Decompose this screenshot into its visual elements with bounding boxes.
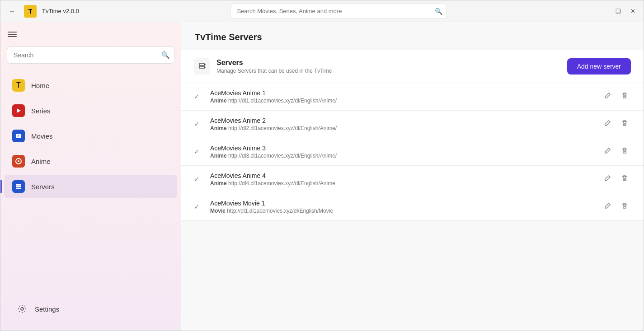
server-check-icon: ✓ bbox=[194, 120, 203, 128]
svg-point-8 bbox=[21, 308, 24, 310]
server-item: ✓ AceMovies Movie 1 Movie http://dl1.dl1… bbox=[181, 193, 644, 221]
edit-server-button[interactable] bbox=[601, 118, 614, 131]
section-title: Servers bbox=[216, 59, 332, 67]
sidebar-item-series[interactable]: Series bbox=[4, 99, 177, 122]
delete-server-button[interactable] bbox=[618, 200, 631, 213]
server-actions bbox=[601, 118, 631, 131]
server-meta: Anime http://dl4.dl1acemovies.xyz/dl/Eng… bbox=[210, 180, 594, 186]
server-info: AceMovies Anime 2 Anime http://dl2.dl1ac… bbox=[210, 117, 594, 131]
svg-point-4 bbox=[18, 160, 19, 162]
server-actions bbox=[601, 200, 631, 213]
svg-rect-6 bbox=[16, 186, 21, 187]
servers-icon bbox=[12, 180, 25, 193]
server-check-icon: ✓ bbox=[194, 148, 203, 156]
sidebar-item-movies[interactable]: Movies bbox=[4, 124, 177, 148]
server-info: AceMovies Anime 3 Anime http://dl3.dl1ac… bbox=[210, 145, 594, 159]
sidebar-item-label: Anime bbox=[31, 158, 51, 165]
server-meta: Anime http://dl3.dl1acemovies.xyz/dl/Eng… bbox=[210, 153, 594, 159]
global-search-container: 🔍 bbox=[230, 4, 447, 19]
server-info: AceMovies Anime 1 Anime http://dl1.dl1ac… bbox=[210, 89, 594, 104]
server-check-icon: ✓ bbox=[194, 175, 203, 183]
content-header: TvTime Servers bbox=[181, 22, 644, 50]
delete-server-button[interactable] bbox=[618, 145, 631, 158]
server-name: AceMovies Anime 1 bbox=[210, 89, 594, 97]
server-item: ✓ AceMovies Anime 4 Anime http://dl4.dl1… bbox=[181, 166, 644, 193]
sidebar-item-label: Servers bbox=[31, 183, 55, 191]
sidebar-item-anime[interactable]: Anime bbox=[4, 149, 177, 173]
server-actions bbox=[601, 145, 631, 158]
server-meta: Anime http://dl1.dl1acemovies.xyz/dl/Eng… bbox=[210, 98, 594, 104]
hamburger-line-2 bbox=[8, 34, 17, 35]
nav-items: T Home Series bbox=[0, 71, 181, 291]
edit-server-button[interactable] bbox=[601, 90, 614, 103]
home-icon: T bbox=[12, 79, 25, 92]
edit-server-button[interactable] bbox=[601, 173, 614, 186]
back-button[interactable]: ← bbox=[6, 5, 19, 18]
sidebar-bottom: Settings bbox=[0, 291, 181, 331]
delete-server-button[interactable] bbox=[618, 118, 631, 131]
server-meta: Anime http://dl2.dl1acemovies.xyz/dl/Eng… bbox=[210, 125, 594, 131]
sidebar-item-servers[interactable]: Servers bbox=[4, 175, 177, 198]
svg-marker-0 bbox=[17, 108, 21, 113]
add-server-button[interactable]: Add new server bbox=[567, 58, 631, 75]
server-info: AceMovies Movie 1 Movie http://dl1.dl1ac… bbox=[210, 200, 594, 214]
svg-point-9 bbox=[204, 64, 205, 65]
section-header-row: Servers Manage Servers that can be used … bbox=[181, 50, 644, 83]
servers-section: Servers Manage Servers that can be used … bbox=[181, 50, 644, 331]
series-icon bbox=[12, 104, 25, 117]
hamburger-line-3 bbox=[8, 36, 17, 37]
server-check-icon: ✓ bbox=[194, 203, 203, 211]
servers-section-icon bbox=[194, 58, 210, 75]
svg-point-10 bbox=[204, 67, 205, 68]
app-logo: T bbox=[24, 5, 37, 18]
hamburger-menu[interactable] bbox=[0, 22, 17, 43]
server-name: AceMovies Anime 4 bbox=[210, 172, 594, 179]
server-actions bbox=[601, 90, 631, 103]
close-button[interactable]: ✕ bbox=[627, 6, 638, 17]
svg-rect-7 bbox=[16, 188, 21, 189]
minimize-button[interactable]: − bbox=[598, 6, 609, 17]
delete-server-button[interactable] bbox=[618, 90, 631, 103]
section-info: Servers Manage Servers that can be used … bbox=[216, 59, 332, 74]
sidebar-search-input[interactable] bbox=[7, 47, 174, 64]
sidebar-search-icon: 🔍 bbox=[161, 51, 170, 59]
server-name: AceMovies Anime 3 bbox=[210, 145, 594, 152]
sidebar-item-label: Settings bbox=[35, 305, 59, 313]
server-list: ✓ AceMovies Anime 1 Anime http://dl1.dl1… bbox=[181, 83, 644, 221]
window-controls: − ❑ ✕ bbox=[598, 6, 638, 17]
app-title: TvTime v2.0.0 bbox=[42, 8, 79, 14]
page-title: TvTime Servers bbox=[195, 32, 630, 42]
movies-icon bbox=[12, 130, 25, 142]
sidebar-item-home[interactable]: T Home bbox=[4, 74, 177, 97]
restore-button[interactable]: ❑ bbox=[613, 6, 624, 17]
titlebar: ← T TvTime v2.0.0 🔍 − ❑ ✕ bbox=[0, 0, 644, 22]
sidebar: 🔍 T Home Series bbox=[0, 22, 181, 331]
server-name: AceMovies Anime 2 bbox=[210, 117, 594, 124]
main-content: 🔍 T Home Series bbox=[0, 22, 644, 331]
edit-server-button[interactable] bbox=[601, 145, 614, 158]
server-meta: Movie http://dl1.dl1acemovies.xyz/dl/Eng… bbox=[210, 208, 594, 214]
anime-icon bbox=[12, 155, 25, 168]
app-window: ← T TvTime v2.0.0 🔍 − ❑ ✕ 🔍 bbox=[0, 0, 644, 331]
server-info: AceMovies Anime 4 Anime http://dl4.dl1ac… bbox=[210, 172, 594, 186]
sidebar-item-label: Series bbox=[31, 107, 51, 115]
global-search-input[interactable] bbox=[230, 4, 447, 19]
sidebar-search-container: 🔍 bbox=[7, 47, 174, 64]
global-search-icon: 🔍 bbox=[435, 8, 442, 15]
settings-icon bbox=[16, 303, 28, 315]
server-item: ✓ AceMovies Anime 2 Anime http://dl2.dl1… bbox=[181, 111, 644, 138]
section-subtitle: Manage Servers that can be used in the T… bbox=[216, 68, 332, 74]
hamburger-line-1 bbox=[8, 32, 17, 33]
edit-server-button[interactable] bbox=[601, 200, 614, 213]
sidebar-item-label: Movies bbox=[31, 132, 53, 140]
delete-server-button[interactable] bbox=[618, 173, 631, 186]
sidebar-item-label: Home bbox=[31, 82, 49, 89]
server-name: AceMovies Movie 1 bbox=[210, 200, 594, 207]
server-item: ✓ AceMovies Anime 1 Anime http://dl1.dl1… bbox=[181, 83, 644, 111]
server-check-icon: ✓ bbox=[194, 93, 203, 101]
svg-rect-5 bbox=[16, 184, 21, 186]
section-header-left: Servers Manage Servers that can be used … bbox=[194, 58, 332, 75]
content-area: TvTime Servers Servers bbox=[181, 22, 644, 331]
sidebar-item-settings[interactable]: Settings bbox=[8, 297, 174, 321]
server-item: ✓ AceMovies Anime 3 Anime http://dl3.dl1… bbox=[181, 138, 644, 166]
